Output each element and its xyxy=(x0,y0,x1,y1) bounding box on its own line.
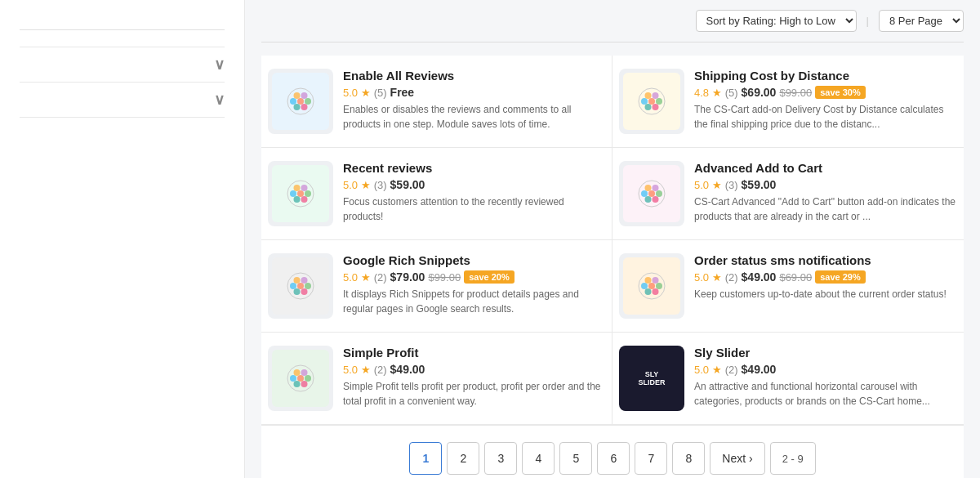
svg-point-26 xyxy=(648,190,655,197)
svg-point-11 xyxy=(656,98,662,105)
product-info: Recent reviews 5.0 ★ (3) $59.00 Focus cu… xyxy=(343,161,605,224)
svg-point-19 xyxy=(305,190,311,197)
page-button-8[interactable]: 8 xyxy=(672,442,705,475)
price-current-inline: $49.00 xyxy=(742,270,777,284)
sort-select[interactable]: Sort by Rating: High to Low xyxy=(696,10,857,32)
svg-point-49 xyxy=(290,375,296,382)
product-description: Enables or disables the reviews and comm… xyxy=(343,102,605,132)
svg-point-15 xyxy=(653,104,659,110)
page-button-6[interactable]: 6 xyxy=(597,442,630,475)
product-name[interactable]: Enable All Reviews xyxy=(343,69,605,83)
product-name[interactable]: Recent reviews xyxy=(343,161,605,175)
page-button-1[interactable]: 1 xyxy=(409,442,442,475)
next-button[interactable]: Next › xyxy=(710,442,764,475)
page-button-2[interactable]: 2 xyxy=(447,442,479,475)
svg-point-52 xyxy=(294,369,301,376)
rating-count: (2) xyxy=(725,271,738,284)
svg-point-17 xyxy=(290,190,296,197)
price-current-inline: $59.00 xyxy=(742,178,777,191)
product-item: Simple Profit 5.0 ★ (2) $49.00 Simple Pr… xyxy=(261,333,612,425)
product-item: Enable All Reviews 5.0 ★ (5) Free Enable… xyxy=(261,56,612,148)
svg-point-18 xyxy=(297,190,304,197)
product-item: Advanced Add to Cart 5.0 ★ (3) $59.00 CS… xyxy=(612,148,964,240)
price-original-inline: $69.00 xyxy=(779,271,812,284)
svg-point-27 xyxy=(656,190,662,197)
svg-point-39 xyxy=(301,288,308,295)
product-name[interactable]: Google Rich Snippets xyxy=(343,253,605,267)
price-current-inline: $49.00 xyxy=(390,363,425,376)
star-icon: 5.0 ★ xyxy=(343,364,371,376)
product-thumbnail xyxy=(619,253,684,319)
product-item: Order status sms notifications 5.0 ★ (2)… xyxy=(612,240,964,333)
pagination-bar: 12345678Next ›2 - 9 xyxy=(261,425,964,478)
product-name[interactable]: Simple Profit xyxy=(343,346,605,360)
rating-count: (5) xyxy=(374,87,387,99)
price-current-inline: $59.00 xyxy=(390,178,425,191)
svg-point-31 xyxy=(653,196,659,203)
category-addons[interactable]: ∨ xyxy=(20,47,225,82)
price-current-inline: $79.00 xyxy=(390,270,425,284)
svg-point-53 xyxy=(301,369,308,376)
svg-point-36 xyxy=(294,277,301,284)
product-rating: 5.0 ★ (5) Free xyxy=(343,86,605,99)
save-badge-inline: save 30% xyxy=(815,86,866,99)
product-rating: 5.0 ★ (2) $49.00 xyxy=(343,363,605,376)
svg-point-33 xyxy=(290,283,296,289)
price-free-inline: Free xyxy=(390,86,415,99)
page-button-5[interactable]: 5 xyxy=(559,442,592,475)
svg-point-20 xyxy=(294,185,301,191)
svg-point-29 xyxy=(653,185,659,191)
product-rating: 5.0 ★ (3) $59.00 xyxy=(343,178,605,191)
product-info: Advanced Add to Cart 5.0 ★ (3) $59.00 CS… xyxy=(694,161,957,224)
product-name[interactable]: Shipping Cost by Distance xyxy=(694,69,957,83)
star-icon: 5.0 ★ xyxy=(343,87,371,99)
page-button-4[interactable]: 4 xyxy=(522,442,555,475)
rating-count: (2) xyxy=(374,364,387,376)
category-ecommerce[interactable]: ∨ xyxy=(20,82,225,118)
svg-point-12 xyxy=(645,92,652,99)
svg-point-34 xyxy=(297,283,304,289)
price-current-inline: $69.00 xyxy=(742,86,777,99)
product-name[interactable]: Order status sms notifications xyxy=(694,253,957,267)
rating-count: (2) xyxy=(725,364,738,376)
products-grid: Enable All Reviews 5.0 ★ (5) Free Enable… xyxy=(261,56,964,425)
svg-point-37 xyxy=(301,277,308,284)
product-description: An attractive and functional horizontal … xyxy=(694,379,957,409)
product-name[interactable]: Advanced Add to Cart xyxy=(694,161,957,175)
svg-point-41 xyxy=(641,283,648,289)
product-item: Google Rich Snippets 5.0 ★ (2) $79.00 $9… xyxy=(261,240,612,333)
star-icon: 4.8 ★ xyxy=(694,87,722,99)
product-name[interactable]: Sly Slider xyxy=(694,346,957,360)
svg-point-4 xyxy=(294,92,301,99)
svg-point-30 xyxy=(645,196,652,203)
page-range: 2 - 9 xyxy=(770,442,816,475)
svg-point-22 xyxy=(294,196,301,203)
product-rating: 5.0 ★ (2) $49.00 xyxy=(694,363,957,376)
star-icon: 5.0 ★ xyxy=(694,271,722,284)
rating-count: (3) xyxy=(725,179,738,191)
svg-point-3 xyxy=(305,98,311,105)
price-original-inline: $99.00 xyxy=(779,87,812,99)
page-button-7[interactable]: 7 xyxy=(635,442,667,475)
product-description: Focus customers attention to the recentl… xyxy=(343,194,605,224)
svg-point-28 xyxy=(645,185,652,191)
svg-point-7 xyxy=(301,104,308,110)
product-thumbnail xyxy=(268,346,333,411)
vendor-name xyxy=(20,16,225,30)
page-button-3[interactable]: 3 xyxy=(484,442,517,475)
star-icon: 5.0 ★ xyxy=(694,179,722,191)
product-info: Order status sms notifications 5.0 ★ (2)… xyxy=(694,253,957,302)
rating-count: (3) xyxy=(374,179,387,191)
product-item: SLYSLIDER Sly Slider 5.0 ★ (2) $49.00 An… xyxy=(612,333,964,425)
price-original-inline: $99.00 xyxy=(428,271,461,284)
svg-point-1 xyxy=(290,98,296,105)
per-page-select[interactable]: 8 Per Page xyxy=(879,10,964,32)
product-rating: 4.8 ★ (5) $69.00 $99.00 save 30% xyxy=(694,86,957,99)
star-icon: 5.0 ★ xyxy=(343,179,371,191)
svg-point-14 xyxy=(645,104,652,110)
svg-point-46 xyxy=(645,288,652,295)
product-item: Shipping Cost by Distance 4.8 ★ (5) $69.… xyxy=(612,56,964,148)
product-description: CS-Cart Advanced "Add to Cart" button ad… xyxy=(694,194,957,224)
rating-count: (5) xyxy=(725,87,738,99)
product-description: Keep customers up-to-date about the curr… xyxy=(694,287,957,302)
